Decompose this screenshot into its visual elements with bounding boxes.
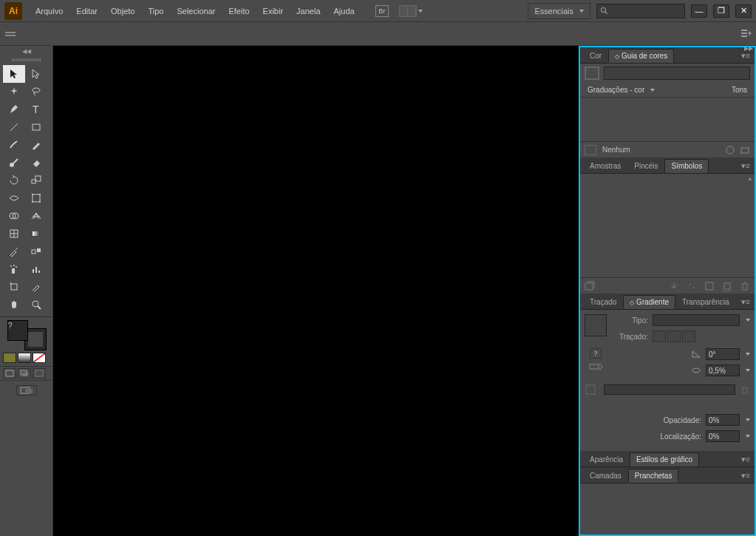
expand-dock-icon[interactable]: ▶▶ [744,45,753,52]
window-minimize-button[interactable]: — [691,4,707,18]
slice-tool[interactable] [25,278,47,296]
color-mode-swatch[interactable] [3,353,16,363]
collapse-toolbar-icon[interactable]: ◀◀ [0,46,52,56]
aspect-ratio-input[interactable] [706,364,740,376]
lasso-tool[interactable] [25,83,47,101]
rectangle-tool[interactable] [25,118,47,136]
stroke-align-3[interactable] [682,330,695,342]
tab-amostras[interactable]: Amostras [583,159,627,173]
tab-simbolos[interactable]: Símbolos [664,159,709,173]
place-symbol-icon[interactable] [669,281,679,291]
menu-janela[interactable]: Janela [290,4,326,18]
stroke-align-2[interactable] [667,330,681,342]
menu-editar[interactable]: Editar [70,4,103,18]
eyedropper-tool[interactable] [3,242,25,260]
blend-tool[interactable] [25,242,47,260]
draw-normal-icon[interactable] [3,368,16,379]
draw-behind-icon[interactable] [18,368,31,379]
pen-tool[interactable] [3,101,25,118]
angle-input[interactable] [706,348,740,360]
window-close-button[interactable]: ✕ [735,4,752,18]
perspective-grid-tool[interactable] [25,207,47,225]
rotate-tool[interactable] [3,172,25,189]
menu-objeto[interactable]: Objeto [105,4,140,18]
reverse-gradient-icon[interactable] [588,362,603,372]
line-tool[interactable] [3,118,25,136]
stroke-swatch[interactable] [25,329,46,350]
control-toggle-icon[interactable] [4,29,16,39]
chevron-down-icon[interactable] [746,418,750,421]
scroll-up-icon[interactable]: ▲ [747,175,753,182]
fill-swatch[interactable]: ? [7,320,28,341]
opacity-input[interactable] [706,414,740,426]
screen-mode-icon[interactable] [16,385,37,396]
eraser-tool[interactable] [25,154,47,172]
direct-selection-tool[interactable] [25,65,47,83]
panel-options-icon[interactable] [741,30,752,38]
none-mode-swatch[interactable] [33,353,46,363]
bridge-icon[interactable]: Br [375,5,389,17]
panel-menu-icon[interactable]: ▾≡ [737,159,755,173]
panel-grip[interactable] [0,56,52,64]
menu-efeito[interactable]: Efeito [222,4,255,18]
graduacoes-label[interactable]: Graduações - cor [588,86,655,94]
stroke-align-1[interactable] [653,330,666,342]
menu-selecionar[interactable]: Selecionar [171,4,221,18]
shape-builder-tool[interactable] [3,207,25,225]
menu-arquivo[interactable]: Arquivo [30,4,69,18]
tab-pinceis[interactable]: Pincéis [627,159,664,173]
chevron-down-icon[interactable] [746,353,750,356]
tab-camadas[interactable]: Camadas [583,469,628,483]
delete-symbol-icon[interactable] [740,281,750,291]
gradient-mode-swatch[interactable] [18,353,31,363]
tab-transparencia[interactable]: Transparência [675,295,736,309]
delete-stop-icon[interactable] [740,384,750,395]
gradient-stop-swatch[interactable] [585,384,599,396]
gradient-type-select[interactable] [653,314,740,326]
artboard-tool[interactable] [3,278,25,296]
tab-pranchetas[interactable]: Pranchetas [628,469,679,483]
gradient-tool[interactable] [25,225,47,242]
draw-inside-icon[interactable] [33,368,46,379]
tab-aparencia[interactable]: Aparência [583,452,630,467]
search-input[interactable] [596,4,685,18]
menu-ajuda[interactable]: Ajuda [328,4,361,18]
harmony-bar[interactable] [604,67,750,80]
width-tool[interactable] [3,189,25,207]
workspace-switcher[interactable]: Essenciais [528,3,590,19]
break-link-icon[interactable] [687,281,697,291]
new-symbol-icon[interactable] [722,281,732,291]
selection-tool[interactable] [3,65,25,83]
tab-gradiente[interactable]: ◇ Gradiente [623,295,675,309]
panel-menu-icon[interactable]: ▾≡ [737,452,755,467]
free-transform-tool[interactable] [25,189,47,207]
menu-tipo[interactable]: Tipo [142,4,169,18]
panel-menu-icon[interactable]: ▾≡ [737,295,755,309]
column-graph-tool[interactable] [25,260,47,278]
canvas[interactable] [53,46,579,536]
blob-brush-tool[interactable] [3,154,25,172]
zoom-tool[interactable] [25,296,47,313]
scale-tool[interactable] [25,172,47,189]
save-group-icon[interactable] [740,145,750,155]
magic-wand-tool[interactable] [3,83,25,101]
tab-estilos-grafico[interactable]: Estilos de gráfico [630,452,699,467]
panel-menu-icon[interactable]: ▾≡ [737,469,755,483]
color-guide-grid[interactable] [580,97,755,141]
symbol-sprayer-tool[interactable] [3,260,25,278]
chevron-down-icon[interactable] [746,435,750,438]
pencil-tool[interactable] [25,136,47,154]
gradient-slider[interactable] [604,384,735,395]
mesh-tool[interactable] [3,225,25,242]
gradient-fill-stroke-toggle[interactable]: ? [590,348,602,359]
location-input[interactable] [706,430,740,442]
symbol-options-icon[interactable] [704,281,715,291]
chevron-down-icon[interactable] [746,369,750,372]
fill-stroke-proxy[interactable]: ? [4,320,49,350]
hand-tool[interactable] [3,296,25,313]
window-restore-button[interactable]: ❐ [713,4,729,18]
symbol-libraries-icon[interactable] [585,281,595,291]
paintbrush-tool[interactable] [3,136,25,154]
menu-exibir[interactable]: Exibir [257,4,290,18]
type-tool[interactable]: T [25,101,47,118]
